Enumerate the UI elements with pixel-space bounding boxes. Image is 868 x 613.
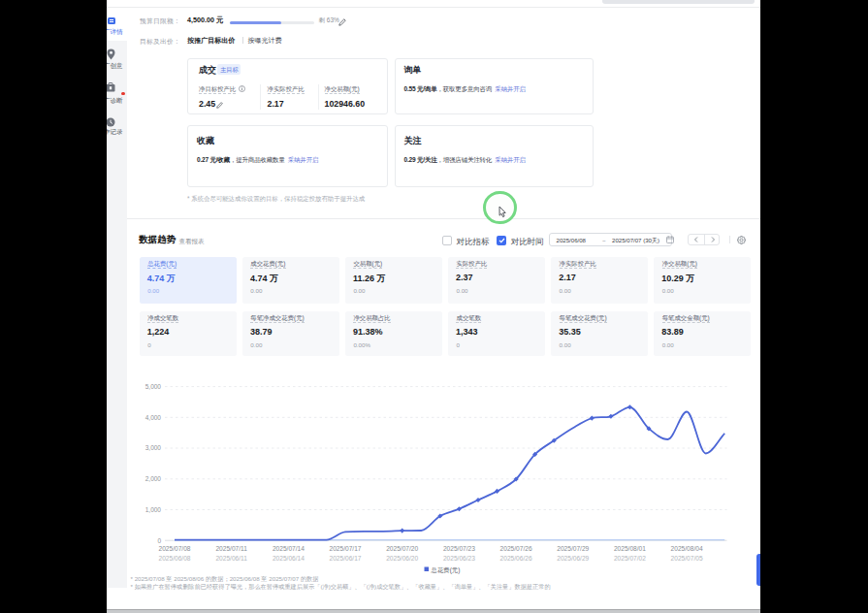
svg-text:2025/06/26: 2025/06/26 [500, 555, 532, 562]
svg-text:2025/06/14: 2025/06/14 [273, 555, 305, 562]
svg-text:2025/08/01: 2025/08/01 [614, 545, 646, 552]
svg-text:3,000: 3,000 [145, 444, 162, 451]
svg-text:2025/06/11: 2025/06/11 [215, 555, 247, 562]
svg-text:2025/06/29: 2025/06/29 [557, 555, 589, 562]
svg-text:2025/07/02: 2025/07/02 [614, 555, 646, 562]
svg-text:4,000: 4,000 [145, 414, 162, 421]
svg-text:2025/07/05: 2025/07/05 [671, 555, 703, 562]
svg-text:2,000: 2,000 [145, 475, 162, 482]
svg-text:5,000: 5,000 [145, 383, 162, 390]
svg-text:2025/08/04: 2025/08/04 [671, 545, 703, 552]
svg-text:2025/07/20: 2025/07/20 [386, 545, 418, 552]
svg-text:2025/07/14: 2025/07/14 [273, 545, 305, 552]
svg-text:2025/07/08: 2025/07/08 [158, 545, 190, 552]
svg-text:2025/07/11: 2025/07/11 [215, 545, 247, 552]
svg-text:2025/06/20: 2025/06/20 [386, 555, 418, 562]
svg-text:2025/06/08: 2025/06/08 [158, 555, 190, 562]
svg-text:0: 0 [157, 537, 161, 544]
svg-text:总花费(元): 总花费(元) [431, 566, 461, 574]
svg-text:2025/07/29: 2025/07/29 [557, 545, 589, 552]
svg-text:1,000: 1,000 [145, 506, 162, 513]
svg-text:2025/07/23: 2025/07/23 [443, 545, 475, 552]
svg-text:2025/06/17: 2025/06/17 [329, 555, 361, 562]
svg-text:2025/07/26: 2025/07/26 [500, 545, 532, 552]
svg-text:2025/07/17: 2025/07/17 [329, 545, 361, 552]
svg-text:2025/06/23: 2025/06/23 [443, 555, 475, 562]
